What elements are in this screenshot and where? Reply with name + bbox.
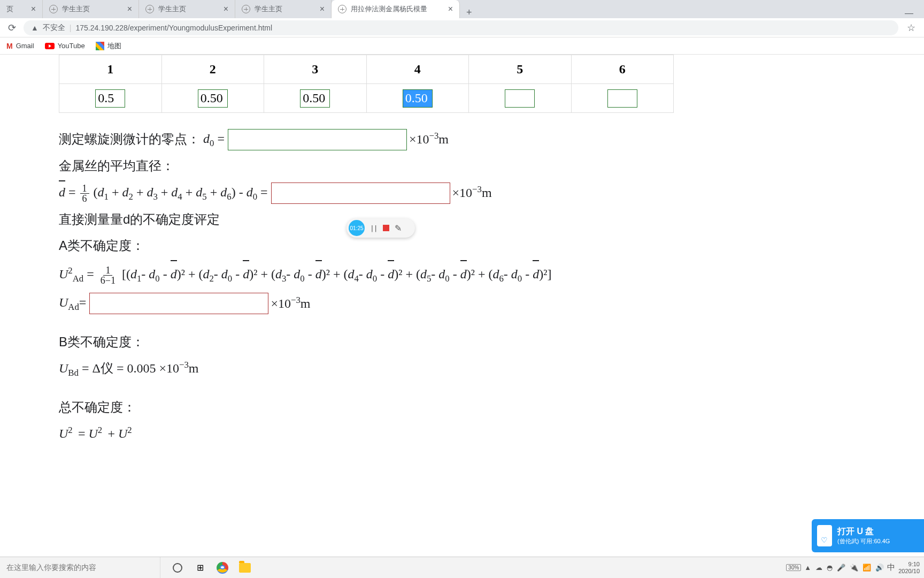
time-text: 9:10 xyxy=(898,561,920,567)
gmail-icon: M xyxy=(6,42,13,50)
zero-point-row: 测定螺旋测微计的零点： d0 = ×10−3m xyxy=(59,128,924,151)
tab-title: 学生主页 xyxy=(255,4,282,14)
explorer-icon[interactable] xyxy=(238,561,251,574)
globe-icon xyxy=(242,5,250,13)
d2-input[interactable] xyxy=(198,89,228,108)
col-header: 2 xyxy=(161,55,264,84)
pen-icon[interactable]: ✎ xyxy=(395,223,402,233)
x10: ×10 xyxy=(452,186,473,200)
bookmark-label: YouTube xyxy=(58,42,85,50)
usb-detail: (曾伦武) 可用:60.4G xyxy=(837,537,890,545)
wifi-icon[interactable]: 📶 xyxy=(863,564,871,572)
clock[interactable]: 9:10 2020/10 xyxy=(898,561,920,574)
pause-icon[interactable]: || xyxy=(370,224,378,232)
tab-2[interactable]: 学生主页 × xyxy=(139,0,235,18)
label-type-b: B类不确定度： xyxy=(59,331,144,353)
b-value: = Δ仪 = 0.005 ×10 xyxy=(79,361,179,375)
close-icon[interactable]: × xyxy=(224,4,228,14)
unit-m: m xyxy=(189,361,199,375)
tab-1[interactable]: 学生主页 × xyxy=(43,0,139,18)
taskbar: 在这里输入你要搜索的内容 ⊞ 30% ▲ ☁ ◓ 🎤 🔌 📶 🔊 中 9:10 … xyxy=(0,557,924,578)
ime-indicator[interactable]: 中 xyxy=(887,562,895,573)
tab-title: 用拉伸法测金属杨氏模量 xyxy=(351,4,427,14)
close-icon[interactable]: × xyxy=(320,4,325,14)
bookmark-star-icon[interactable]: ☆ xyxy=(903,22,920,34)
usb-icon xyxy=(817,525,832,546)
address-bar[interactable]: ▲ 不安全 | 175.24.190.228/experiment/Youngm… xyxy=(24,20,898,35)
tab-3[interactable]: 学生主页 × xyxy=(235,0,332,18)
tray-icon[interactable]: ▲ xyxy=(804,564,811,572)
close-icon[interactable]: × xyxy=(127,4,132,14)
close-icon[interactable]: × xyxy=(448,4,453,14)
d0-input[interactable] xyxy=(228,129,407,150)
total-formula: U2 = U2 + U2 xyxy=(59,423,924,446)
globe-icon xyxy=(145,5,154,13)
bookmark-gmail[interactable]: M Gmail xyxy=(6,42,34,50)
stop-icon[interactable] xyxy=(383,225,389,231)
label-avg-diameter: 金属丝的平均直径： xyxy=(59,155,174,177)
youtube-icon xyxy=(45,43,55,49)
task-view-icon[interactable]: ⊞ xyxy=(194,561,206,574)
power-icon[interactable]: 🔌 xyxy=(850,564,858,572)
chrome-taskbar-icon[interactable] xyxy=(216,561,229,574)
bookmark-label: Gmail xyxy=(16,42,34,50)
system-tray: 30% ▲ ☁ ◓ 🎤 🔌 📶 🔊 中 9:10 2020/10 xyxy=(786,561,924,574)
reload-icon[interactable]: ⟳ xyxy=(4,22,19,34)
unit-m: m xyxy=(301,296,311,310)
ua-formula: U2Ad = 16−1 [(d1- d0 - d)² + (d2- d0 - d… xyxy=(59,261,924,287)
neg3: −3 xyxy=(429,131,438,141)
avg-formula-row: d = 16 (d1 + d2 + d3 + d4 + d5 + d6) - d… xyxy=(59,181,924,204)
bookmarks-bar: M Gmail YouTube 地图 xyxy=(0,37,924,55)
globe-icon xyxy=(338,5,346,13)
bookmark-youtube[interactable]: YouTube xyxy=(45,42,85,50)
page-content: 1 2 3 4 5 6 测定螺旋测微计的零点： d0 = ×10 xyxy=(0,55,924,446)
neg3: −3 xyxy=(472,184,482,194)
date-text: 2020/10 xyxy=(898,568,920,574)
tab-strip: 页 × 学生主页 × 学生主页 × 学生主页 × 用拉伸法测金属杨氏模量 × +… xyxy=(0,0,924,18)
neg3: −3 xyxy=(291,295,301,305)
warning-icon: ▲ xyxy=(31,24,38,32)
col-header: 6 xyxy=(571,55,674,84)
unit-m: m xyxy=(482,186,492,200)
address-row: ⟳ ▲ 不安全 | 175.24.190.228/experiment/Youn… xyxy=(0,18,924,37)
bookmark-label: 地图 xyxy=(107,41,121,51)
screen-recorder-widget[interactable]: 01:25 || ✎ xyxy=(346,218,415,238)
cloud-icon[interactable]: ☁ xyxy=(815,564,822,572)
mic-icon[interactable]: 🎤 xyxy=(837,564,845,572)
search-placeholder: 在这里输入你要搜索的内容 xyxy=(6,563,96,573)
taskbar-search[interactable]: 在这里输入你要搜索的内容 xyxy=(0,557,160,579)
d4-input[interactable] xyxy=(403,89,433,108)
usb-notification[interactable]: 打开 U 盘 (曾伦武) 可用:60.4G xyxy=(812,519,924,552)
dbar-input[interactable] xyxy=(271,182,450,204)
cortana-icon[interactable] xyxy=(171,561,184,574)
uad-row: UAd= ×10−3m xyxy=(59,292,924,315)
bookmark-maps[interactable]: 地图 xyxy=(96,41,121,51)
d1-input[interactable] xyxy=(95,89,125,108)
unit-m: m xyxy=(438,132,449,146)
minimize-icon[interactable]: — xyxy=(905,9,913,18)
volume-icon[interactable]: 🔊 xyxy=(875,564,884,572)
d6-input[interactable] xyxy=(607,89,637,108)
new-tab-button[interactable]: + xyxy=(460,7,479,18)
close-icon[interactable]: × xyxy=(31,4,36,14)
separator: | xyxy=(70,24,72,32)
d3-input[interactable] xyxy=(300,89,330,108)
recorder-timer: 01:25 xyxy=(349,220,365,236)
uad-input[interactable] xyxy=(89,293,268,314)
label-type-a: A类不确定度： xyxy=(59,235,144,257)
usb-title: 打开 U 盘 xyxy=(837,526,890,537)
tab-0[interactable]: 页 × xyxy=(0,0,43,18)
window-controls: — xyxy=(905,9,924,18)
d5-input[interactable] xyxy=(505,89,535,108)
col-header: 1 xyxy=(59,55,162,84)
tab-4-active[interactable]: 用拉伸法测金属杨氏模量 × xyxy=(332,0,460,18)
battery-indicator[interactable]: 30% xyxy=(786,564,801,571)
shield-icon[interactable]: ◓ xyxy=(827,564,833,572)
x10: ×10 xyxy=(409,132,429,146)
tab-title: 页 xyxy=(6,4,13,14)
x10: ×10 xyxy=(271,296,291,310)
maps-icon xyxy=(96,42,104,50)
url-text: 175.24.190.228/experiment/YoungmodulusEx… xyxy=(76,24,273,32)
security-label: 不安全 xyxy=(43,23,65,33)
tab-title: 学生主页 xyxy=(158,4,186,14)
